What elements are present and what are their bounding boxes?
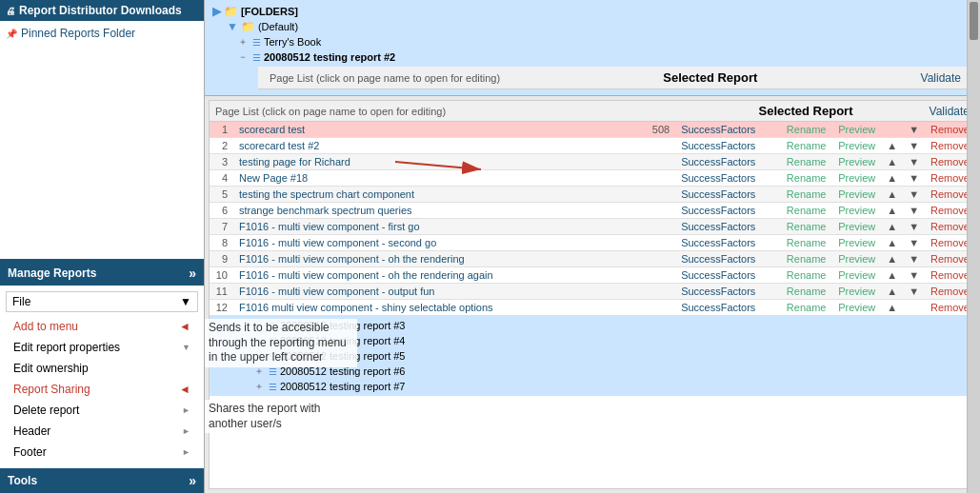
row-rename[interactable]: Rename bbox=[780, 154, 832, 170]
sidebar-item-pinned[interactable]: 📌 Pinned Reports Folder bbox=[0, 25, 204, 42]
row-move-up[interactable]: ▲ bbox=[881, 187, 903, 203]
row-rename[interactable]: Rename bbox=[780, 187, 832, 203]
row-move-up[interactable]: ▲ bbox=[881, 170, 903, 187]
row-rename[interactable]: Rename bbox=[780, 267, 832, 284]
sidebar-report-distributor[interactable]: 🖨 Report Distributor Downloads bbox=[0, 0, 204, 21]
row-name[interactable]: F1016 - multi view component - oh the re… bbox=[233, 267, 637, 284]
row-preview[interactable]: Preview bbox=[832, 284, 881, 300]
row-name[interactable]: F1016 - multi view component - oh the re… bbox=[233, 251, 637, 267]
row-rename[interactable]: Rename bbox=[780, 170, 832, 187]
validate-link[interactable]: Validate bbox=[921, 71, 961, 85]
tree-item-other-report[interactable]: ＋ ☰ 20080512 testing report #6 bbox=[217, 364, 968, 379]
row-move-down[interactable]: ▼ bbox=[903, 187, 925, 203]
row-preview[interactable]: Preview bbox=[832, 187, 881, 203]
row-rename[interactable]: Rename bbox=[780, 300, 832, 316]
row-count: 508 bbox=[637, 122, 675, 138]
tree-item-other-report[interactable]: ＋ ☰ 20080512 testing report #7 bbox=[217, 379, 968, 394]
row-name[interactable]: scorecard test bbox=[233, 122, 637, 138]
row-source: SuccessFactors bbox=[675, 267, 780, 284]
row-source: SuccessFactors bbox=[675, 187, 780, 203]
row-name[interactable]: F1016 - multi view component - second go bbox=[233, 235, 637, 251]
row-num: 10 bbox=[210, 267, 233, 284]
row-rename[interactable]: Rename bbox=[780, 251, 832, 267]
row-name[interactable]: F1016 - multi view component - first go bbox=[233, 219, 637, 235]
row-preview[interactable]: Preview bbox=[832, 300, 881, 316]
row-name[interactable]: testing the spectrum chart component bbox=[233, 187, 637, 203]
row-preview[interactable]: Preview bbox=[832, 219, 881, 235]
row-name[interactable]: New Page #18 bbox=[233, 170, 637, 187]
tree-item-default[interactable]: ▼ 📁 (Default) bbox=[212, 19, 972, 34]
row-move-down[interactable]: ▼ bbox=[903, 170, 925, 187]
tree-item-other-report[interactable]: ＋ ☰ 20080512 testing report #3 bbox=[217, 318, 968, 333]
sidebar-tree: 📌 Pinned Reports Folder bbox=[0, 21, 204, 259]
file-dropdown[interactable]: File ▼ bbox=[6, 291, 198, 312]
row-count bbox=[637, 219, 675, 235]
row-move-up[interactable]: ▲ bbox=[881, 138, 903, 154]
row-name[interactable]: testing page for Richard bbox=[233, 154, 637, 170]
row-preview[interactable]: Preview bbox=[832, 267, 881, 284]
table-row: 8 F1016 - multi view component - second … bbox=[210, 235, 975, 251]
menu-item-header[interactable]: Header ► bbox=[6, 421, 198, 442]
scrollbar-thumb[interactable] bbox=[970, 2, 978, 40]
row-move-up[interactable]: ▲ bbox=[881, 154, 903, 170]
row-move-down[interactable]: ▼ bbox=[903, 235, 925, 251]
row-name[interactable]: F1016 multi view component - shiny selec… bbox=[233, 300, 637, 316]
row-rename[interactable]: Rename bbox=[780, 284, 832, 300]
row-rename[interactable]: Rename bbox=[780, 219, 832, 235]
report-sharing-arrow: ◄ bbox=[179, 383, 190, 396]
row-move-down[interactable]: ▼ bbox=[903, 251, 925, 267]
row-rename[interactable]: Rename bbox=[780, 235, 832, 251]
row-preview[interactable]: Preview bbox=[832, 235, 881, 251]
row-count bbox=[637, 203, 675, 219]
row-move-down[interactable]: ▼ bbox=[903, 203, 925, 219]
row-move-up[interactable]: ▲ bbox=[881, 284, 903, 300]
row-preview[interactable]: Preview bbox=[832, 203, 881, 219]
row-move-up[interactable]: ▲ bbox=[881, 219, 903, 235]
tree-item-other-report[interactable]: ＋ ☰ 20080512 testing report #4 bbox=[217, 333, 968, 348]
manage-content: File ▼ Add to menu ◄ Edit report propert… bbox=[0, 286, 204, 468]
row-name[interactable]: strange benchmark spectrum queries bbox=[233, 203, 637, 219]
row-preview[interactable]: Preview bbox=[832, 251, 881, 267]
row-move-up[interactable]: ▲ bbox=[881, 203, 903, 219]
row-move-down[interactable] bbox=[903, 300, 925, 316]
row-move-up[interactable]: ▲ bbox=[881, 267, 903, 284]
submenu-arrow-5: ► bbox=[182, 426, 190, 436]
submenu-arrow-4: ► bbox=[182, 405, 190, 415]
tree-item-other-report[interactable]: ＋ ☰ 20080512 testing report #5 bbox=[217, 348, 968, 364]
row-preview[interactable]: Preview bbox=[832, 122, 881, 138]
folder-icon-default: ▼ bbox=[227, 20, 238, 33]
menu-item-edit-ownership[interactable]: Edit ownership bbox=[6, 358, 198, 379]
row-move-up[interactable]: ▲ bbox=[881, 235, 903, 251]
row-move-up[interactable]: ▲ bbox=[881, 300, 903, 316]
validate-link-2[interactable]: Validate bbox=[930, 105, 970, 118]
row-rename[interactable]: Rename bbox=[780, 203, 832, 219]
tree-item-terrys-book[interactable]: ＋ ☰ Terry's Book bbox=[212, 34, 972, 49]
row-count bbox=[637, 284, 675, 300]
row-preview[interactable]: Preview bbox=[832, 154, 881, 170]
menu-item-footer[interactable]: Footer ► bbox=[6, 442, 198, 463]
row-name[interactable]: F1016 - multi view component - output fu… bbox=[233, 284, 637, 300]
tree-item-selected-report[interactable]: － ☰ 20080512 testing report #2 bbox=[212, 49, 972, 65]
row-move-down[interactable]: ▼ bbox=[903, 154, 925, 170]
row-move-down[interactable]: ▼ bbox=[903, 138, 925, 154]
row-name[interactable]: scorecard test #2 bbox=[233, 138, 637, 154]
tree-root-folders[interactable]: ▶ 📁 [FOLDERS] bbox=[212, 4, 972, 19]
menu-item-report-sharing[interactable]: Report Sharing ◄ bbox=[6, 379, 198, 400]
row-move-up[interactable]: ▲ bbox=[881, 251, 903, 267]
row-move-down[interactable]: ▼ bbox=[903, 122, 925, 138]
row-move-down[interactable]: ▼ bbox=[903, 267, 925, 284]
row-rename[interactable]: Rename bbox=[780, 138, 832, 154]
row-preview[interactable]: Preview bbox=[832, 170, 881, 187]
scrollbar[interactable] bbox=[967, 0, 980, 493]
row-rename[interactable]: Rename bbox=[780, 122, 832, 138]
row-move-down[interactable]: ▼ bbox=[903, 284, 925, 300]
tree-plus-other: ＋ bbox=[254, 380, 264, 393]
row-move-up[interactable] bbox=[881, 122, 903, 138]
tools-section: Tools » bbox=[0, 468, 204, 493]
row-preview[interactable]: Preview bbox=[832, 138, 881, 154]
row-count bbox=[637, 154, 675, 170]
menu-item-add-to-menu[interactable]: Add to menu ◄ bbox=[6, 316, 198, 337]
menu-item-delete-report[interactable]: Delete report ► bbox=[6, 400, 198, 421]
menu-item-edit-report-properties[interactable]: Edit report properties ▼ bbox=[6, 337, 198, 358]
row-move-down[interactable]: ▼ bbox=[903, 219, 925, 235]
